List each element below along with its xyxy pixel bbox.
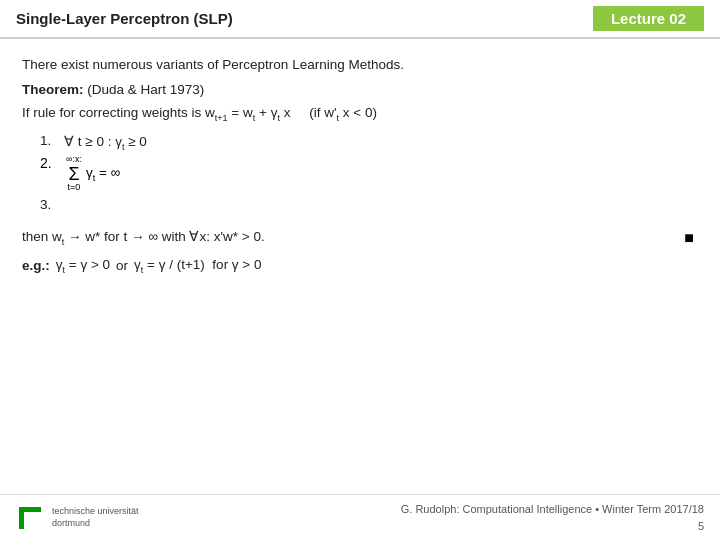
main-content: There exist numerous variants of Percept… xyxy=(0,39,720,291)
then-line: then wt → w* for t → ∞ with ∀x: x'w* > 0… xyxy=(22,228,698,247)
condition-2: 2. ∞:x: Σ t=0 γt = ∞ xyxy=(22,155,698,193)
footer-page: 5 xyxy=(698,520,704,532)
cond3-number: 3. xyxy=(40,197,51,212)
footer-right: G. Rudolph: Computational Intelligence •… xyxy=(401,501,704,534)
eg-label: e.g.: xyxy=(22,258,50,273)
footer-logo: technische universität dortmund xyxy=(16,504,139,532)
cond1-formula: ∀ t ≥ 0 : γt ≥ 0 xyxy=(64,133,147,152)
cond2-number: 2. xyxy=(40,155,58,171)
eg-or: or xyxy=(116,258,128,273)
rule-text: If rule for correcting weights is wt+1 =… xyxy=(22,105,377,120)
rule-line: If rule for correcting weights is wt+1 =… xyxy=(22,105,698,123)
condition-1: 1. ∀ t ≥ 0 : γt ≥ 0 xyxy=(22,133,698,152)
theorem-line: Theorem: (Duda & Hart 1973) xyxy=(22,82,698,97)
then-formula: then wt → w* for t → ∞ with ∀x: x'w* > 0… xyxy=(22,228,265,247)
footer-course: G. Rudolph: Computational Intelligence •… xyxy=(401,503,704,515)
theorem-ref: (Duda & Hart 1973) xyxy=(87,82,204,97)
lecture-badge: Lecture 02 xyxy=(593,6,704,31)
header: Single-Layer Perceptron (SLP) Lecture 02 xyxy=(0,0,720,39)
condition-3: 3. xyxy=(22,197,698,212)
footer-university: technische universität dortmund xyxy=(52,506,139,529)
qed-square: ■ xyxy=(684,229,694,247)
cond2-formula: ∞:x: Σ t=0 γt = ∞ xyxy=(64,155,120,193)
svg-rect-2 xyxy=(19,507,24,529)
page-title: Single-Layer Perceptron (SLP) xyxy=(16,10,233,27)
eg-line: e.g.: γt = γ > 0 or γt = γ / (t+1) for γ… xyxy=(22,257,698,275)
cond1-number: 1. xyxy=(40,133,58,148)
eg-formula-1: γt = γ > 0 xyxy=(56,257,110,275)
footer: technische universität dortmund G. Rudol… xyxy=(0,494,720,540)
eg-formula-2: γt = γ / (t+1) for γ > 0 xyxy=(134,257,261,275)
theorem-label: Theorem: xyxy=(22,82,84,97)
tu-logo-icon xyxy=(16,504,44,532)
intro-text: There exist numerous variants of Percept… xyxy=(22,57,698,72)
